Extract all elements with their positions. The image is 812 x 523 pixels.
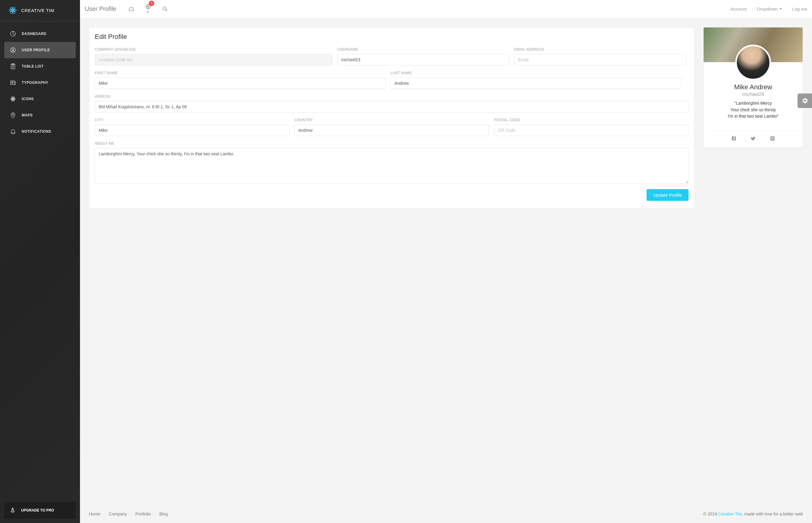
city-label: CITY xyxy=(95,118,290,122)
sidebar-item-maps[interactable]: MAPS xyxy=(4,107,76,123)
account-link[interactable]: Account xyxy=(730,6,746,12)
svg-point-0 xyxy=(12,10,14,11)
profile-cover xyxy=(704,28,802,62)
company-label: COMPANY (DISABLED) xyxy=(95,47,332,52)
dropdown-link[interactable]: Dropdown xyxy=(757,6,782,12)
about-label: ABOUT ME xyxy=(95,142,689,146)
address-label: ADRESS xyxy=(95,94,689,98)
page-title: User Profile xyxy=(85,5,116,12)
footer: Home Company Portfolio Blog © 2019 Creat… xyxy=(80,505,812,523)
nav-label: MAPS xyxy=(22,113,33,117)
sidebar-item-table-list[interactable]: TABLE LIST xyxy=(4,58,76,74)
svg-point-6 xyxy=(12,49,14,50)
svg-point-15 xyxy=(12,509,13,510)
pie-chart-icon xyxy=(10,31,16,37)
sidebar: CREATIVE TIM DASHBOARD USER PROFILE TABL… xyxy=(0,0,80,523)
nav-label: USER PROFILE xyxy=(22,48,50,52)
email-label: EMAIL ADDRESS xyxy=(514,47,686,52)
settings-fab[interactable] xyxy=(797,93,812,108)
username-input[interactable] xyxy=(337,54,509,66)
sidebar-item-dashboard[interactable]: DASHBOARD xyxy=(4,25,76,42)
profile-quote: "Lamborghini Mercy Your chick she so thi… xyxy=(710,100,797,120)
about-textarea[interactable] xyxy=(95,148,689,184)
footer-link-home[interactable]: Home xyxy=(89,511,100,516)
upgrade-label: UPGRADE TO PRO xyxy=(21,508,54,512)
nav-label: TYPOGRAPHY xyxy=(22,80,48,85)
last-name-input[interactable] xyxy=(391,77,681,89)
footer-link-blog[interactable]: Blog xyxy=(159,511,168,516)
upgrade-to-pro-button[interactable]: UPGRADE TO PRO xyxy=(4,502,76,519)
postal-input[interactable] xyxy=(494,125,689,136)
sidebar-item-notifications[interactable]: NOTIFICATIONS xyxy=(4,123,76,140)
logout-link[interactable]: Log out xyxy=(792,6,807,12)
footer-copyright: © 2019 Creative Tim, made with love for … xyxy=(703,511,803,516)
edit-profile-card: Edit Profile COMPANY (DISABLED) USERNAME… xyxy=(89,27,694,209)
gauge-icon xyxy=(128,6,134,12)
news-icon xyxy=(10,79,16,86)
first-name-label: FIRST NAME xyxy=(95,71,386,75)
update-profile-button[interactable]: Update Profile xyxy=(646,189,689,201)
city-input[interactable] xyxy=(95,125,290,136)
nav-label: ICONS xyxy=(22,97,34,101)
search-button[interactable] xyxy=(162,6,168,12)
profile-handle: michael24 xyxy=(710,92,797,97)
nav-label: DASHBOARD xyxy=(22,32,47,36)
nav-label: NOTIFICATIONS xyxy=(22,129,51,133)
facebook-icon[interactable] xyxy=(731,136,737,141)
caret-down-icon xyxy=(779,8,782,10)
svg-point-14 xyxy=(12,114,14,115)
clipboard-icon xyxy=(10,63,16,70)
country-input[interactable] xyxy=(294,125,489,136)
nav-label: TABLE LIST xyxy=(22,64,44,69)
address-input[interactable] xyxy=(95,101,689,112)
rocket-icon xyxy=(10,507,16,514)
brand-name: CREATIVE TIM xyxy=(21,8,54,13)
avatar xyxy=(735,44,771,80)
twitter-icon[interactable] xyxy=(750,136,756,141)
search-icon xyxy=(162,6,168,12)
footer-link-portfolio[interactable]: Portfolio xyxy=(135,511,151,516)
first-name-input[interactable] xyxy=(95,77,386,89)
svg-point-10 xyxy=(13,98,14,100)
profile-card: Mike Andrew michael24 "Lamborghini Mercy… xyxy=(703,27,803,147)
company-input xyxy=(95,54,332,66)
dashboard-icon-button[interactable] xyxy=(128,6,134,12)
sidebar-nav: DASHBOARD USER PROFILE TABLE LIST TYPOGR… xyxy=(0,21,80,498)
last-name-label: LAST NAME xyxy=(391,71,681,75)
country-label: COUNTRY xyxy=(294,118,489,122)
sidebar-item-icons[interactable]: ICONS xyxy=(4,91,76,107)
card-title: Edit Profile xyxy=(95,33,689,41)
email-input[interactable] xyxy=(514,54,686,66)
sidebar-item-user-profile[interactable]: USER PROFILE xyxy=(4,42,76,58)
postal-label: POSTAL CODE xyxy=(494,118,689,122)
username-label: USERNAME xyxy=(337,47,509,52)
svg-point-17 xyxy=(163,7,166,10)
sidebar-item-typography[interactable]: TYPOGRAPHY xyxy=(4,74,76,91)
topbar: User Profile 5 Account Dropdown Log out xyxy=(80,0,812,18)
pin-icon xyxy=(10,112,16,119)
caret-down-icon xyxy=(146,12,149,13)
bell-icon xyxy=(10,128,16,135)
footer-link-company[interactable]: Company xyxy=(109,511,127,516)
user-icon xyxy=(10,47,16,53)
react-icon xyxy=(8,6,17,15)
google-plus-icon[interactable] xyxy=(770,136,775,141)
notifications-dropdown[interactable]: 5 xyxy=(145,4,151,15)
atom-icon xyxy=(10,96,16,102)
notification-badge: 5 xyxy=(149,1,154,6)
profile-name: Mike Andrew xyxy=(710,83,797,91)
footer-brand-link[interactable]: Creative Tim xyxy=(718,511,742,516)
brand-logo[interactable]: CREATIVE TIM xyxy=(0,0,80,21)
gear-icon xyxy=(801,97,808,104)
